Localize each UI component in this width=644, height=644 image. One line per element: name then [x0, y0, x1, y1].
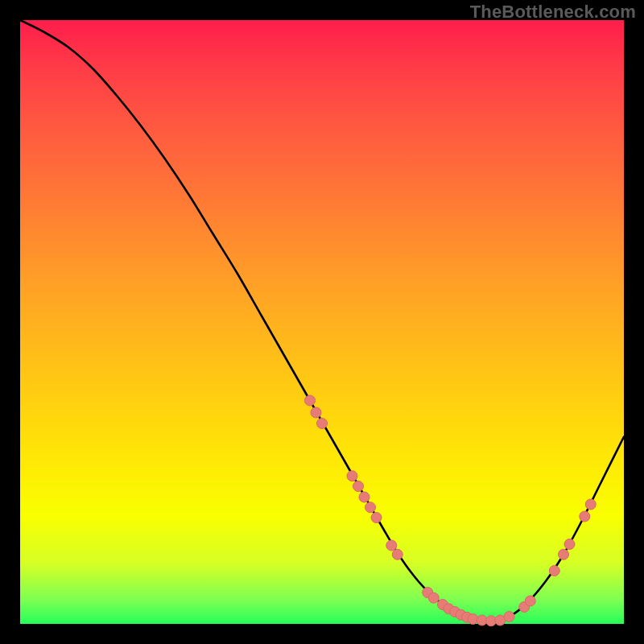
- curve-marker: [525, 596, 535, 606]
- curve-marker: [386, 540, 397, 551]
- bottleneck-curve: [20, 20, 624, 621]
- curve-marker: [311, 407, 321, 418]
- curve-marker: [353, 481, 364, 492]
- curve-marker: [585, 499, 596, 510]
- curve-marker: [564, 539, 575, 550]
- curve-marker: [359, 492, 369, 502]
- curve-marker: [559, 549, 569, 559]
- curve-marker: [549, 566, 559, 576]
- chart-frame: TheBottleneck.com: [0, 0, 644, 644]
- curve-marker: [365, 502, 376, 513]
- curve-marker: [317, 419, 328, 429]
- curve-markers: [305, 395, 597, 626]
- curve-marker: [371, 513, 382, 523]
- curve-marker: [305, 395, 316, 406]
- curve-marker: [428, 592, 439, 603]
- curve-marker: [504, 612, 514, 622]
- curve-marker: [347, 471, 357, 481]
- curve-marker: [580, 511, 590, 522]
- chart-svg: [20, 20, 624, 624]
- curve-marker: [392, 549, 402, 559]
